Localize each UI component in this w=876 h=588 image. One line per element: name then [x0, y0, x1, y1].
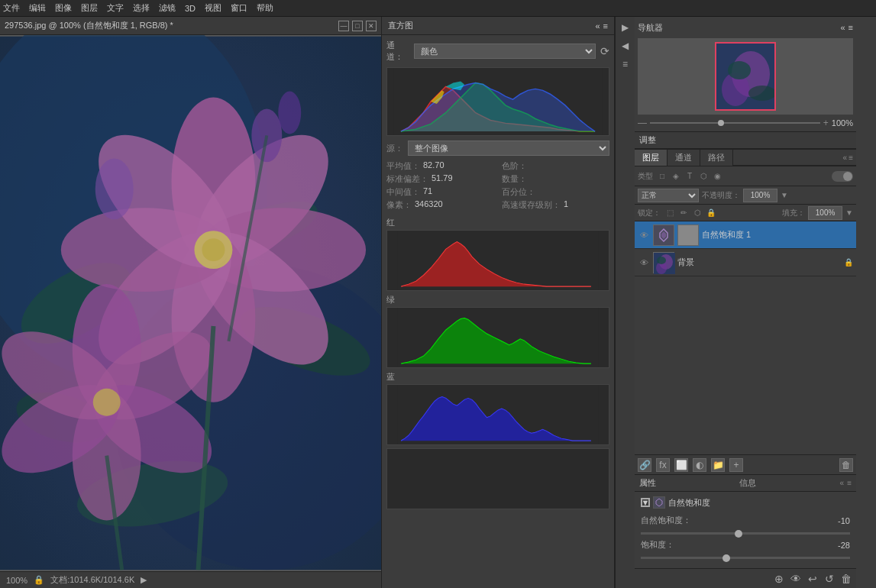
- fill-input[interactable]: [808, 206, 842, 220]
- layer-eye-background[interactable]: 👁: [638, 257, 650, 269]
- menu-item-type[interactable]: 文字: [107, 2, 124, 14]
- filter-toggle-thumb: [843, 172, 852, 181]
- fill-arrow[interactable]: ▼: [845, 208, 853, 217]
- zoom-plus-icon[interactable]: +: [823, 118, 829, 128]
- layer-thumb-background: [653, 252, 674, 273]
- menu-item-file[interactable]: 文件: [3, 2, 20, 14]
- adjustment-icon: [653, 496, 665, 509]
- right-toolbar: ▶ ◀ ≡: [615, 17, 635, 588]
- add-style-button[interactable]: fx: [656, 458, 670, 472]
- menu-item-image[interactable]: 图像: [55, 2, 72, 14]
- forward-arrow[interactable]: ▶: [141, 575, 147, 585]
- properties-content: ▼ 自然饱和度 自然饱和度： -10: [635, 492, 856, 568]
- green-histogram: [386, 307, 609, 368]
- zoom-slider[interactable]: [650, 122, 820, 124]
- red-label: 红: [386, 217, 609, 228]
- histogram-panel: 直方图 « ≡ 通道： 颜色 ⟳: [382, 17, 615, 588]
- menu-item-window[interactable]: 窗口: [231, 2, 247, 14]
- tab-channels[interactable]: 通道: [668, 150, 700, 166]
- navigator-title-bar: 导航器 « ≡: [638, 20, 853, 35]
- clip-mask-button[interactable]: ⊕: [772, 572, 786, 586]
- navigator-menu-icon[interactable]: ≡: [849, 23, 853, 32]
- menu-icon[interactable]: ≡: [603, 21, 608, 31]
- vibrance-slider-container: [641, 532, 850, 535]
- source-select[interactable]: 整个图像: [408, 141, 609, 156]
- undo-button[interactable]: ↩: [806, 572, 819, 586]
- image-status-bar: 100% 🔒 文档:1014.6K/1014.6K ▶: [0, 571, 381, 588]
- blue-histogram-svg: [387, 385, 609, 444]
- layers-collapse-icon[interactable]: «: [843, 153, 848, 162]
- zoom-minus-icon[interactable]: —: [638, 118, 647, 128]
- info-tab[interactable]: 信息: [739, 477, 756, 489]
- menu-item-layer[interactable]: 图层: [81, 2, 98, 14]
- menu-item-3d[interactable]: 3D: [185, 4, 196, 13]
- close-button[interactable]: ✕: [366, 21, 377, 31]
- tab-paths[interactable]: 路径: [700, 150, 733, 166]
- filter-toggle[interactable]: [832, 171, 853, 182]
- channel-label: 通道：: [386, 40, 409, 63]
- menu-item-view[interactable]: 视图: [205, 2, 221, 14]
- menu-item-select[interactable]: 选择: [133, 2, 150, 14]
- properties-panel-header: ▼ 自然饱和度: [641, 496, 850, 509]
- navigator-panel: 导航器 « ≡: [635, 17, 856, 132]
- tab-layers[interactable]: 图层: [635, 150, 668, 166]
- image-canvas[interactable]: [0, 35, 381, 571]
- lock-position-icon[interactable]: ✏: [677, 207, 690, 219]
- prop-panel-title: 自然饱和度: [668, 497, 710, 509]
- delete-layer-button[interactable]: 🗑: [839, 458, 853, 472]
- adjustment-filter-icon[interactable]: ◈: [670, 170, 682, 183]
- saturation-slider[interactable]: [641, 557, 850, 559]
- layer-blend-row: 正常 不透明度： ▼: [635, 186, 856, 205]
- lock-art-boards-icon[interactable]: ⬡: [691, 207, 703, 219]
- list-tool-button[interactable]: ≡: [618, 57, 633, 72]
- layer-item-background[interactable]: 👁 背景 🔒: [635, 249, 856, 276]
- minimize-button[interactable]: —: [338, 21, 349, 31]
- lock-pixels-icon[interactable]: ⬚: [664, 207, 676, 219]
- blend-mode-select[interactable]: 正常: [638, 189, 699, 202]
- menu-item-edit[interactable]: 编辑: [29, 2, 46, 14]
- refresh-button[interactable]: ⟳: [600, 45, 609, 57]
- vibrance-slider[interactable]: [641, 532, 850, 535]
- smart-filter-icon[interactable]: ◉: [711, 170, 723, 183]
- maximize-button[interactable]: □: [352, 21, 363, 31]
- layer-eye-vibrance[interactable]: 👁: [638, 229, 650, 241]
- type-filter-icon[interactable]: T: [684, 170, 696, 183]
- reset-button[interactable]: ↺: [823, 572, 836, 586]
- histogram-title: 直方图: [388, 20, 413, 31]
- stat-std: 标准偏差： 51.79: [386, 173, 494, 185]
- thumb-svg: [716, 44, 776, 111]
- lock-all-icon[interactable]: 🔒: [705, 207, 717, 219]
- opacity-input[interactable]: [743, 189, 777, 202]
- layers-menu-icon[interactable]: ≡: [849, 153, 853, 162]
- delete-prop-button[interactable]: 🗑: [839, 572, 853, 586]
- layers-toolbar: 类型 □ ◈ T ⬡ ◉: [635, 166, 856, 186]
- opacity-arrow[interactable]: ▼: [781, 191, 788, 199]
- collapse-icon[interactable]: «: [595, 21, 600, 31]
- link-layers-button[interactable]: 🔗: [638, 458, 651, 472]
- arrow-tool-button[interactable]: ▶: [618, 20, 633, 35]
- collapse-tool-button[interactable]: ◀: [618, 38, 633, 53]
- properties-menu-icon[interactable]: ≡: [847, 479, 852, 487]
- navigator-collapse-icon[interactable]: «: [840, 23, 845, 32]
- flower-svg: [0, 35, 381, 571]
- stat-median: 中间值： 71: [386, 186, 494, 198]
- properties-expand-icon[interactable]: ▼: [641, 498, 650, 507]
- new-layer-button[interactable]: +: [729, 458, 743, 472]
- layer-item-vibrance[interactable]: 👁 自然饱和度 1: [635, 221, 856, 249]
- channel-select[interactable]: 颜色: [414, 44, 596, 59]
- add-mask-button[interactable]: ⬜: [674, 458, 688, 472]
- vibrance-row: 自然饱和度： -10: [641, 515, 850, 526]
- svg-rect-49: [654, 253, 675, 274]
- doc-size: 文档:1014.6K/1014.6K: [50, 574, 134, 586]
- shape-filter-icon[interactable]: ⬡: [697, 170, 710, 183]
- properties-collapse-icon[interactable]: «: [840, 479, 845, 487]
- new-adjustment-button[interactable]: ◐: [693, 458, 706, 472]
- std-label: 标准偏差：: [386, 173, 428, 185]
- std-value: 51.79: [432, 173, 453, 185]
- menu-item-help[interactable]: 帮助: [257, 2, 273, 14]
- new-group-button[interactable]: 📁: [711, 458, 725, 472]
- menu-item-filter[interactable]: 滤镜: [159, 2, 176, 14]
- eye-button[interactable]: 👁: [789, 572, 803, 586]
- saturation-row: 饱和度： -28: [641, 539, 850, 551]
- pixel-filter-icon[interactable]: □: [656, 170, 668, 183]
